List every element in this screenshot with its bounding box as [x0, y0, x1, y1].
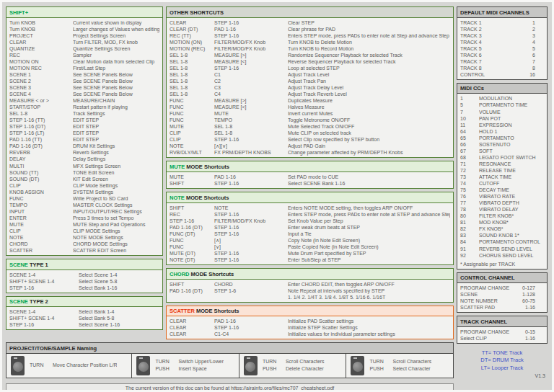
shortcut-button2 [214, 294, 288, 300]
track-channel-panel: TRACK CHANNEL PROGRAM CHANGE 0-15 Select… [457, 316, 548, 344]
naming-row-turn: TURN Switch Upper/Lower [155, 358, 224, 365]
shortcut-description: Adjust Track Delay Level [288, 84, 450, 91]
shortcut-button2: PAD 1-16 [214, 26, 288, 32]
shortcut-description: MUTE Step and Pad Operations [73, 221, 159, 228]
shortcut-description: Copy Note (in Note Edit Screen) [288, 237, 450, 244]
shortcut-row: SCATTER SCATTER EDIT Screen [6, 247, 162, 254]
shortcut-row: STEP 1-16 FILTER/MOD/FX Knob Set Knob Va… [167, 218, 453, 224]
shortcut-description: Input a Tie [288, 231, 450, 237]
scatter-mode-header: SCATTER MODE Shortcuts [167, 306, 453, 317]
parameter-range: 1-16 [518, 335, 544, 342]
scene-type2-rows: SCENE 1-4 Select Bank 1-4 SHIFT+ SCENE 1… [6, 307, 162, 329]
shortcut-row: TEMPO MASTER CLOCK Settings [6, 202, 162, 208]
shortcut-row: SHIFT NOTE Enters NOTE MODE setting, the… [167, 205, 453, 211]
table-row: 91 REVERB SEND LEVEL [457, 246, 547, 252]
cc-name: VIBRATO DEPTH [479, 200, 544, 206]
shortcut-description: INPUT/OUTPUT/REC Settings [73, 208, 159, 215]
table-row: TRACK 7 7 [457, 58, 547, 65]
shortcut-key: MEASURE < or > [9, 97, 73, 104]
shortcut-button1: CLEAR [170, 331, 214, 337]
shortcut-description: Enter weak drum beats at STEP [288, 224, 450, 231]
shortcut-button2: MEASURE [>] [214, 52, 288, 58]
table-row: 73 ATTACK TIME [457, 174, 547, 180]
cc-name: FILTER KNOB* [479, 213, 544, 219]
shortcut-key: TEMPO [9, 202, 73, 208]
shortcut-row: CLEAR (DT) PAD 1-16 Clear phrase for PAD [167, 26, 453, 32]
note-mode-rows: SHIFT NOTE Enters NOTE MODE setting, the… [167, 203, 453, 264]
shortcut-description: Turn FILTER, MOD, FX knob [73, 39, 159, 45]
shortcut-key: SCENE 1-4 [9, 272, 79, 278]
scatter-mode-panel: SCATTER MODE Shortcuts CLEAR PAD 1-16 In… [166, 306, 454, 340]
shortcut-row: Turn KNOB Current value shown in display [6, 19, 162, 26]
shortcut-description: Reverb Settings [73, 149, 159, 156]
shortcut-button2: STEP 1-16 [214, 324, 288, 331]
table-row: TRACK 4 4 [457, 39, 547, 45]
shortcut-button1: MUTE [170, 174, 214, 180]
shortcut-row: FUNC [∨] Paste Copied Note (in Note Edit… [167, 244, 453, 250]
naming-row-push: PUSH Select Character [369, 365, 431, 373]
cc-name: REVERB SEND LEVEL [479, 246, 544, 252]
shortcut-description: Select Bank 1-4 [79, 308, 159, 315]
cc-number: 82 [460, 226, 479, 232]
shortcut-button2: [∧][∨] [214, 143, 288, 149]
cc-number: 72 [460, 167, 479, 174]
shortcut-description: DRUM Kit Settings [73, 143, 159, 149]
push-label: PUSH [369, 365, 392, 373]
shortcut-key: MULTI [9, 163, 73, 169]
shift-panel-header: SHIFT+ [6, 7, 162, 18]
channel-number: 6 [518, 52, 544, 58]
shortcut-key: SHIFT+ SCENE 1-4 [9, 315, 79, 321]
table-row: 66 SOSTENUTO [457, 141, 547, 148]
cc-number: 68 [460, 154, 479, 161]
track-channel-rows: PROGRAM CHANGE 0-15 Select CLIP 1-16 [457, 327, 547, 343]
shortcut-row: STEP 1-16 (TT) EDIT STEP [6, 117, 162, 123]
shortcut-button1: CLEAR [170, 19, 214, 26]
push-action: Select Character [392, 365, 430, 373]
shortcut-key: SEL 1-8 [9, 110, 73, 117]
push-action: Insert Space [178, 365, 206, 373]
table-row: TRACK 2 2 [457, 26, 547, 32]
shortcut-key: SCENE 2 [9, 78, 73, 84]
table-row: PROGRAM CHANGE 0-15 [457, 329, 547, 335]
turn-label: TURN [369, 358, 392, 365]
cc-number: 73 [460, 174, 479, 180]
cc-name: CHORUS SEND LEVEL [479, 252, 544, 259]
shortcut-button2: FILTER/MOD/FX Knob [214, 218, 288, 224]
shortcut-row: STEP 1-16 Select Scene 1-16 [6, 321, 162, 328]
chord-mode-header: CHORD MODE Shortcuts [167, 269, 453, 280]
cc-name: ATTACK TIME [479, 174, 544, 180]
channel-number: 4 [518, 39, 544, 45]
cc-name: PORTAMENTO CONTROL [479, 239, 544, 245]
channel-name: TRACK 2 [460, 26, 518, 32]
shortcut-key: SCENE 1 [9, 71, 73, 78]
midi-ccs-panel: MIDI CCs 1 MODULATION 5 PORTAMENTO TIME … [457, 83, 548, 270]
shortcut-key: STEP 1-16 (LT) [9, 130, 73, 136]
footer-text[interactable]: The current version of this doc can be f… [6, 383, 454, 392]
cc-name: FX KNOB* [479, 226, 544, 232]
shortcut-button2: STEP 1-6 [214, 288, 288, 294]
shortcut-key: PAD 1-16 (TT) [9, 136, 73, 143]
shift-shortcuts-panel: SHIFT+ Turn KNOB Current value shown in … [6, 6, 163, 256]
shortcut-description: Press 3 times to set Tempo [73, 215, 159, 221]
shortcut-button2: MUTE [214, 110, 288, 117]
shortcut-row: CLEAR STEP 1-16 Clear STEP [167, 19, 453, 26]
channel-number: 7 [518, 58, 544, 65]
shortcut-key: MOTION ON [9, 58, 73, 65]
shortcut-button1: NOTE (DT) [170, 257, 214, 263]
chord-mode-title-accent: CHORD [170, 271, 190, 277]
shortcut-button1: SEL 1-8 [170, 78, 214, 84]
shortcut-description: Invert current Mutes [288, 110, 450, 117]
shortcut-row: SCENE 1-4 Select Bank 1-4 [6, 308, 162, 315]
shortcut-row: SHIFT+ SCENE 1-4 Select Bank 5-8 [6, 315, 162, 321]
parameter-name: PROGRAM CHANGE [460, 329, 518, 335]
shortcut-button1: CLIP [170, 130, 214, 136]
cc-name: PORTAMENTO [479, 135, 544, 141]
shortcut-row: MUTE PAD 1-16 Set PAD mode to CUE [167, 174, 453, 180]
shortcut-description: NOTE MODE Settings [73, 234, 159, 241]
shortcut-button1: MOTION (ON) [170, 39, 214, 45]
shortcut-row: ENTER Press 3 times to set Tempo [6, 215, 162, 221]
right-column: DEFAULT MIDI CHANNELS TRACK 1 1 TRACK 2 … [457, 6, 548, 392]
shortcut-row: REC (TT) STEP 1-16 Enters STEP mode, pre… [167, 32, 453, 39]
shortcut-button2: STEP 1-16 [214, 65, 288, 71]
shortcut-description: Adjust Track Reverb Level [288, 91, 450, 97]
